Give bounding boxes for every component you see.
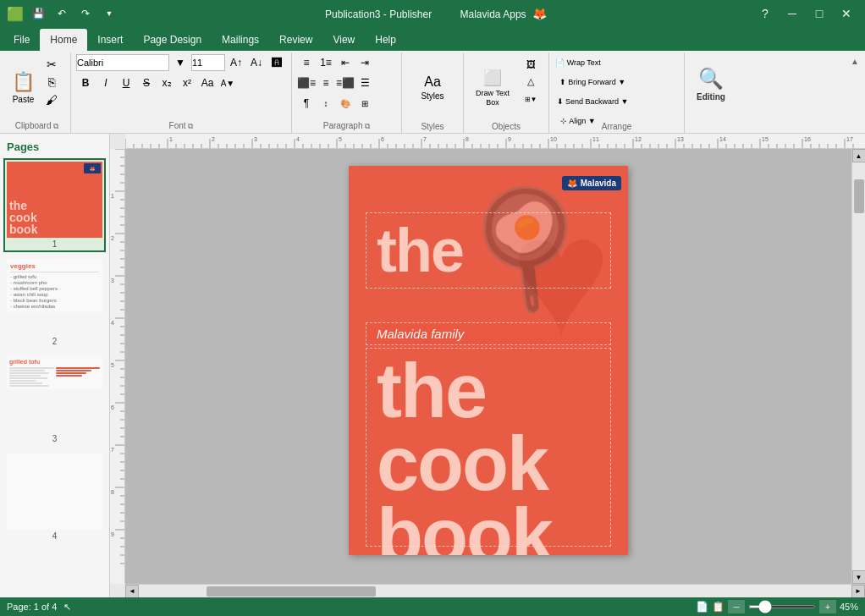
send-backward-btn[interactable]: ⬇ Send Backward ▼: [554, 93, 631, 110]
paste-btn[interactable]: 📋 Paste: [8, 58, 38, 118]
page-thumb-img-2: veggies - grilled tofu - mushroom pho - …: [7, 259, 102, 335]
clear-format-btn[interactable]: 🅰: [267, 54, 286, 71]
zoom-slider[interactable]: [748, 605, 816, 608]
font-color-dropdown[interactable]: A▼: [218, 74, 237, 91]
page-thumb-4[interactable]: 4: [3, 450, 106, 544]
scroll-up-btn[interactable]: ▲: [852, 149, 866, 162]
justify-btn[interactable]: ☰: [355, 74, 374, 91]
increase-indent-btn[interactable]: ⇥: [355, 54, 374, 71]
ribbon-collapse-btn[interactable]: ▲: [848, 54, 862, 68]
svg-text:2: 2: [212, 136, 215, 142]
clipboard-expand[interactable]: ⧉: [53, 122, 58, 130]
paragraph-group: ≡ 1≡ ⇤ ⇥ ⬛≡ ≡ ≡⬛ ☰ ¶ ↕ 🎨 ⊞ Paragraph ⧉: [292, 52, 402, 133]
paragraph-expand[interactable]: ⧉: [365, 122, 370, 130]
bullets-btn[interactable]: ≡: [297, 54, 316, 71]
underline-btn[interactable]: U: [117, 74, 135, 91]
tab-page-design[interactable]: Page Design: [133, 29, 212, 51]
font-expand[interactable]: ⧉: [188, 122, 193, 130]
page-thumb-img-3: grilled tofu: [7, 356, 102, 432]
canvas-area[interactable]: ♥ 🍳 🦊 Malavida the Malavida family: [125, 149, 851, 584]
tab-mailings[interactable]: Mailings: [212, 29, 269, 51]
subscript-btn[interactable]: x₂: [157, 74, 176, 91]
font-name-dropdown[interactable]: ▼: [171, 54, 190, 71]
clipboard-label: Clipboard ⧉: [3, 121, 70, 131]
cover-cookbook-text: the cookbook: [377, 355, 600, 555]
bold-btn[interactable]: B: [76, 74, 95, 91]
bring-forward-btn[interactable]: ⬆ Bring Forward ▼: [554, 74, 631, 91]
cover-subtitle[interactable]: Malavida family: [366, 322, 611, 345]
h-scroll-thumb[interactable]: [207, 586, 376, 597]
maximize-btn[interactable]: □: [807, 2, 831, 25]
tab-help[interactable]: Help: [365, 29, 406, 51]
tab-insert[interactable]: Insert: [87, 29, 133, 51]
show-hide-btn[interactable]: ¶: [297, 95, 316, 112]
view-master-btn[interactable]: 📋: [712, 601, 725, 613]
strikethrough-btn[interactable]: S: [137, 74, 156, 91]
change-case-btn[interactable]: Aa: [198, 74, 217, 91]
status-bar-right: 📄 📋 ─ + 45%: [696, 600, 858, 613]
font-group: ▼ A↑ A↓ 🅰 B I U S x₂ x² Aa A▼ Font ⧉: [71, 52, 292, 133]
minimize-btn[interactable]: ─: [780, 2, 804, 25]
page-thumb-2[interactable]: veggies - grilled tofu - mushroom pho - …: [3, 256, 106, 349]
paste-icon: 📋: [12, 71, 35, 93]
cover-title-top[interactable]: the: [366, 212, 611, 289]
view-normal-btn[interactable]: 📄: [696, 601, 708, 613]
thumb-title-line1: the: [9, 200, 27, 212]
page-thumb-3[interactable]: grilled tofu: [3, 353, 106, 447]
redo-btn[interactable]: ↷: [76, 4, 95, 23]
wrap-text-btn[interactable]: 📄 Wrap Text: [554, 54, 602, 71]
decrease-indent-btn[interactable]: ⇤: [336, 54, 355, 71]
scroll-right-btn[interactable]: ►: [851, 585, 865, 598]
zoom-plus-btn[interactable]: +: [819, 600, 836, 613]
italic-btn[interactable]: I: [96, 74, 115, 91]
cut-btn[interactable]: ✂: [40, 56, 65, 73]
tab-review[interactable]: Review: [269, 29, 322, 51]
draw-text-box-btn[interactable]: ⬜ Draw Text Box: [469, 58, 516, 118]
format-painter-btn[interactable]: 🖌: [40, 91, 65, 108]
close-btn[interactable]: ✕: [835, 2, 858, 25]
qa-dropdown-btn[interactable]: ▼: [100, 4, 118, 23]
h-scroll-track[interactable]: [139, 585, 851, 598]
svg-text:10: 10: [550, 136, 557, 142]
help-btn[interactable]: ?: [753, 2, 777, 25]
font-name-input[interactable]: [76, 54, 169, 71]
undo-btn[interactable]: ↶: [52, 4, 71, 23]
v-scroll-track[interactable]: [852, 162, 866, 570]
superscript-btn[interactable]: x²: [178, 74, 196, 91]
draw-text-box-icon: ⬜: [483, 69, 502, 87]
save-quick-btn[interactable]: 💾: [29, 4, 47, 23]
thumb3-title: grilled tofu: [9, 359, 100, 365]
v-scroll-thumb[interactable]: [854, 179, 864, 213]
copy-btn[interactable]: ⎘: [40, 74, 65, 91]
cover-title-bottom[interactable]: the cookbook: [366, 348, 611, 547]
font-size-increase[interactable]: A↑: [227, 54, 245, 71]
editing-group: 🔍 Editing: [685, 52, 737, 133]
shapes-btn[interactable]: △: [518, 74, 543, 91]
font-size-input[interactable]: [191, 54, 225, 71]
app-icon: 🟩: [7, 6, 24, 22]
align-right-btn[interactable]: ≡⬛: [336, 74, 355, 91]
zoom-minus-btn[interactable]: ─: [728, 600, 745, 613]
font-size-decrease[interactable]: A↓: [247, 54, 266, 71]
align-left-btn[interactable]: ⬛≡: [297, 74, 316, 91]
page-thumb-1[interactable]: 🦊 the cook book 1: [3, 158, 106, 252]
styles-btn[interactable]: Aa Styles: [407, 58, 458, 118]
picture-btn[interactable]: 🖼: [518, 56, 543, 73]
borders-btn[interactable]: ⊞: [355, 95, 374, 112]
copy-icon: ⎘: [48, 75, 55, 89]
scroll-left-btn[interactable]: ◄: [125, 585, 139, 598]
numbering-btn[interactable]: 1≡: [317, 54, 335, 71]
tab-file[interactable]: File: [3, 29, 40, 51]
horizontal-ruler: 1234567891011121314151617: [125, 134, 865, 149]
line-spacing-btn[interactable]: ↕: [317, 95, 335, 112]
tab-home[interactable]: Home: [40, 29, 87, 51]
shading-btn[interactable]: 🎨: [336, 95, 355, 112]
ruler-area: 1234567891011121314151617 123456789 ♥ 🍳: [110, 134, 865, 597]
objects-more-btn[interactable]: ⊞▼: [518, 91, 543, 108]
malavida-icon: 🦊: [567, 179, 577, 188]
tab-view[interactable]: View: [322, 29, 365, 51]
scroll-down-btn[interactable]: ▼: [852, 570, 866, 584]
styles-group: Aa Styles Styles: [402, 52, 464, 133]
align-center-btn[interactable]: ≡: [317, 74, 335, 91]
svg-text:1: 1: [111, 193, 114, 199]
